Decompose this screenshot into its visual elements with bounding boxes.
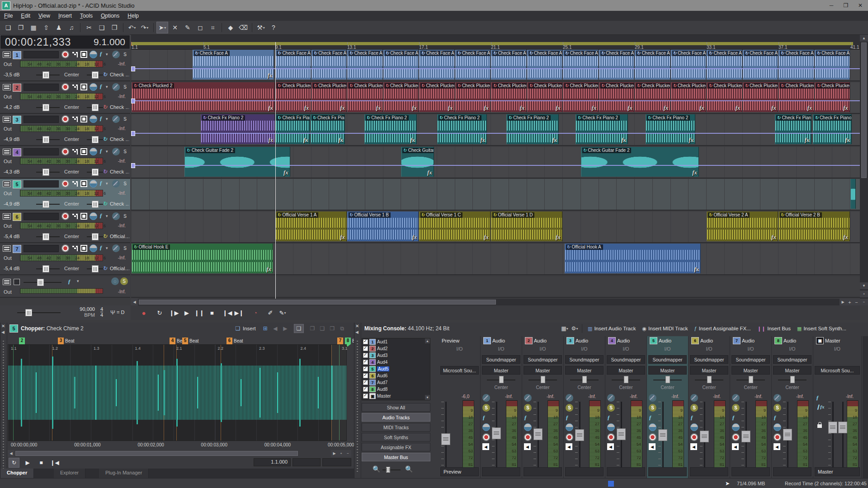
solo-button[interactable]	[90, 180, 97, 188]
track-list-item[interactable]: 3 Aud3	[362, 352, 430, 359]
record-time-button[interactable]: ◔	[250, 307, 261, 318]
track-header-5[interactable]: 5 ƒ ▾ ◌ S Out 54484236302418126 -Inf. -4…	[0, 179, 130, 211]
insert-assignable-fx--button[interactable]: ƒInsert Assignable FX...	[694, 326, 751, 331]
mixer-strip-6[interactable]: 6 AudioI/OSoundmapperMaster Center-Inf. …	[689, 336, 730, 478]
track-volume-fader[interactable]	[36, 75, 60, 75]
event-fx-badge[interactable]: fx	[484, 234, 489, 241]
event-fx-badge[interactable]: fx	[771, 234, 776, 241]
audio-event[interactable]: ↻Official Verse 2 B fx	[778, 211, 850, 241]
bus-collapse-icon[interactable]	[3, 279, 11, 285]
minimize-button[interactable]: ─	[825, 1, 838, 10]
track-number-badge[interactable]: 5	[13, 180, 21, 188]
preview-volume-slider[interactable]	[17, 312, 61, 313]
filter-assignable-fx-button[interactable]: Assignable FX	[362, 443, 430, 451]
track-header-6[interactable]: 6 ƒ ▾ ◌ S Out 54484236302418126 -Inf. -5…	[0, 211, 130, 243]
event-fx-badge[interactable]: fx	[484, 104, 489, 112]
open-button[interactable]: ❐	[15, 22, 27, 33]
track-volume-fader[interactable]	[36, 172, 60, 173]
strip-output-button[interactable]: Master	[607, 366, 645, 375]
track-collapse-icon[interactable]	[3, 116, 11, 122]
track-volume-fader[interactable]	[36, 236, 60, 237]
audio-event[interactable]: ↻Check Guitar Fade 2 fx	[581, 147, 699, 177]
solo-button[interactable]	[90, 83, 97, 91]
event-fx-badge[interactable]: fx	[268, 136, 273, 144]
bus-lane[interactable]	[131, 277, 860, 298]
filter-master-bus-button[interactable]: Master Bus	[362, 453, 430, 461]
strip-pan-slider[interactable]	[624, 376, 628, 383]
event-fx-badge[interactable]: fx	[843, 104, 848, 112]
chopper-end-value[interactable]	[322, 458, 351, 466]
event-fx-badge[interactable]: fx	[340, 104, 345, 112]
volume-envelope-line[interactable]	[131, 165, 860, 166]
loop-playback-button[interactable]: ↻	[154, 307, 165, 318]
beat-ruler[interactable]: 1.15.19.113.117.121.125.129.133.137.141.…	[131, 35, 860, 50]
audio-event[interactable]: ↻Check Face A	[563, 50, 599, 80]
mixer-strip-3[interactable]: 3 AudioI/OSoundmapperMaster Center-Inf. …	[564, 336, 605, 478]
track-fx-button[interactable]: ƒ	[99, 50, 103, 57]
track-properties-icon[interactable]	[72, 117, 78, 122]
audio-event[interactable]: ↻Check Face A	[635, 50, 670, 80]
strip-fader-handle[interactable]	[441, 433, 450, 445]
track-volume-value[interactable]: -4,9 dB	[4, 201, 19, 206]
marker-flag[interactable]: 2	[19, 338, 25, 344]
insert-midi-track-button[interactable]: ◉Insert MIDI Track	[642, 326, 688, 332]
master-fx-button[interactable]: ƒ	[816, 394, 824, 401]
mixer-strip-preview[interactable]: PreviewI/OMicrosoft Sou...-6,0 918273645…	[439, 336, 481, 478]
marker-flag[interactable]: 8	[345, 338, 351, 344]
strip-device-button[interactable]: Soundmapper	[731, 355, 770, 364]
audio-event[interactable]: ↻Check Fx Piano 2 fx	[775, 114, 811, 144]
mute-button[interactable]	[80, 180, 87, 187]
strip-fx-button[interactable]: ƒ	[482, 414, 490, 421]
track-caret-icon[interactable]: ▾	[106, 181, 108, 186]
shift-selection-left-button[interactable]: ◀	[270, 324, 280, 333]
strip-phones-mute-icon[interactable]: ◌	[774, 394, 781, 402]
zoom-in-track-button[interactable]: +	[860, 291, 868, 297]
audio-event[interactable]: ↻Check Fx Piano 2 fx	[364, 114, 417, 144]
strip-phones-mute-icon[interactable]: ◌	[690, 394, 698, 402]
strip-solo-indicator-icon[interactable]: S	[690, 404, 698, 412]
event-fx-badge[interactable]: fx	[845, 136, 850, 144]
list-scroll-up[interactable]: ▲	[425, 338, 430, 343]
strip-solo-button[interactable]	[607, 423, 615, 431]
solo-button[interactable]	[90, 212, 97, 220]
mixer-strip-1[interactable]: 1 AudioI/OSoundmapperMaster Center-Inf. …	[481, 336, 522, 478]
track-caret-icon[interactable]: ▾	[106, 214, 108, 218]
playhead-cursor[interactable]	[275, 42, 276, 299]
track-list-item[interactable]: 1 Aud1	[362, 338, 430, 345]
scroll-down-button[interactable]: ▼	[860, 282, 868, 289]
arm-record-button[interactable]	[61, 244, 69, 252]
audio-event[interactable]: ↻Check Plucked 2 fx	[599, 82, 635, 112]
strip-output-button[interactable]: Microsoft Sou...	[440, 366, 479, 375]
console-zoom-slider[interactable]	[382, 469, 401, 470]
strip-solo-indicator-icon[interactable]: S	[607, 404, 615, 412]
solo-button[interactable]	[90, 51, 97, 58]
track-header-1[interactable]: 1 ƒ ▾ ◌ S Out 54484236302418126 -Inf. -3…	[0, 50, 130, 81]
selection-tool-button[interactable]: ◻	[194, 22, 206, 33]
strip-fader-handle[interactable]	[533, 428, 542, 440]
menu-help[interactable]: Help	[123, 12, 143, 20]
time-signature-numerator[interactable]: 4	[100, 306, 103, 312]
track-name-field[interactable]	[24, 84, 59, 91]
strip-fader-track-right[interactable]	[842, 402, 844, 469]
track-fx-button[interactable]: ƒ	[99, 179, 103, 187]
paste-button[interactable]: ❒	[108, 22, 120, 33]
volume-envelope-line[interactable]	[131, 133, 860, 134]
strip-solo-indicator-icon[interactable]: S	[649, 404, 656, 412]
track-pan-slider[interactable]	[87, 268, 103, 269]
event-fx-badge[interactable]: fx	[304, 104, 309, 112]
track-fx-button[interactable]: ƒ	[99, 83, 103, 90]
audio-event[interactable]: ↻Check Face A	[707, 50, 742, 80]
audio-event[interactable]: ↻Check Fx Piano 2 fx	[311, 114, 345, 144]
event-fx-badge[interactable]: fx	[621, 136, 626, 144]
insert-selection-label[interactable]: Insert	[243, 326, 256, 331]
track-caret-icon[interactable]: ▾	[106, 149, 108, 154]
strip-fx-button[interactable]: ƒ	[732, 414, 740, 421]
arm-record-button[interactable]	[61, 212, 69, 220]
time-signature-denominator[interactable]: 4	[100, 312, 103, 318]
bus-volume-slider[interactable]	[24, 282, 61, 283]
strip-pan-slider[interactable]	[582, 376, 587, 383]
menu-view[interactable]: View	[34, 12, 54, 20]
event-fx-badge[interactable]: fx	[412, 104, 417, 112]
bus-track-header[interactable]: ƒ ▾ ◌ S Out -Inf.	[0, 277, 130, 298]
event-fx-badge[interactable]: fx	[448, 104, 453, 112]
